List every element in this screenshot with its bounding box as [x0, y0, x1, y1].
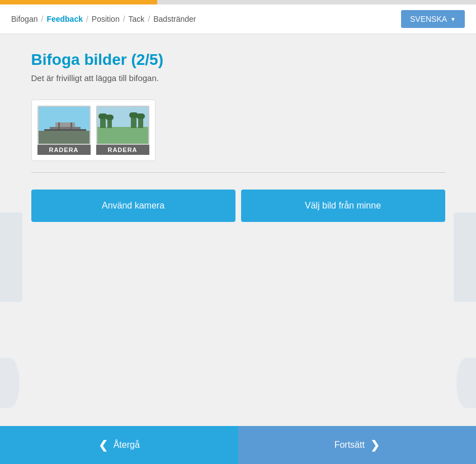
- bg-decor-left: [0, 212, 22, 302]
- breadcrumb-badstrander[interactable]: Badstränder: [153, 15, 196, 23]
- progress-bar-container: [0, 0, 476, 4]
- camera-button[interactable]: Använd kamera: [31, 190, 235, 222]
- progress-bar-fill: [0, 0, 157, 4]
- page-title: Bifoga bilder (2/5): [31, 51, 445, 69]
- breadcrumb-sep-1: /: [41, 15, 43, 23]
- image-card-2[interactable]: RADERA: [96, 106, 149, 155]
- memory-button[interactable]: Välj bild från minne: [241, 190, 445, 222]
- svg-rect-12: [106, 115, 114, 120]
- language-button[interactable]: SVENSKA ▼: [401, 10, 465, 28]
- breadcrumb-sep-4: /: [148, 15, 150, 23]
- back-label: Återgå: [114, 440, 140, 450]
- breadcrumb-position[interactable]: Position: [92, 15, 120, 23]
- svg-rect-6: [44, 129, 86, 131]
- image-gallery: RADERA RADERA: [31, 100, 155, 161]
- image-thumbnail-2: [96, 106, 149, 145]
- breadcrumb-tack[interactable]: Tack: [129, 15, 145, 23]
- back-button[interactable]: ❮ Återgå: [0, 426, 238, 464]
- bottom-nav: ❮ Återgå Fortsätt ❯: [0, 426, 476, 464]
- svg-rect-1: [39, 131, 89, 145]
- next-label: Fortsätt: [334, 440, 365, 450]
- header: Bifogan / Feedback / Position / Tack / B…: [0, 4, 476, 34]
- next-button[interactable]: Fortsätt ❯: [238, 426, 477, 464]
- main-content: Bifoga bilder (2/5) Det är frivilligt at…: [20, 34, 456, 255]
- bg-decor-left2: [0, 358, 20, 408]
- image-thumbnail-1: [37, 106, 91, 145]
- page-subtitle: Det är frivilligt att lägga till bifogan…: [31, 73, 445, 83]
- breadcrumb-bifogan[interactable]: Bifogan: [11, 15, 37, 23]
- image-label-2: RADERA: [96, 145, 149, 155]
- action-buttons: Använd kamera Välj bild från minne: [31, 190, 445, 222]
- language-label: SVENSKA: [410, 15, 447, 23]
- breadcrumb: Bifogan / Feedback / Position / Tack / B…: [11, 15, 196, 23]
- image-label-1: RADERA: [37, 145, 91, 155]
- next-arrow-icon: ❯: [370, 438, 380, 452]
- breadcrumb-feedback[interactable]: Feedback: [46, 15, 83, 23]
- breadcrumb-sep-2: /: [86, 15, 88, 23]
- section-divider: [31, 172, 445, 173]
- svg-rect-3: [50, 127, 81, 129]
- back-arrow-icon: ❮: [98, 438, 108, 452]
- svg-rect-16: [136, 113, 145, 119]
- image-svg-1: [39, 106, 89, 145]
- chevron-down-icon: ▼: [450, 16, 456, 22]
- bg-decor-right: [454, 212, 476, 302]
- svg-rect-8: [97, 127, 148, 145]
- breadcrumb-sep-3: /: [123, 15, 125, 23]
- bg-decor-right2: [456, 358, 476, 408]
- image-card-1[interactable]: RADERA: [37, 106, 91, 155]
- image-svg-2: [97, 106, 148, 145]
